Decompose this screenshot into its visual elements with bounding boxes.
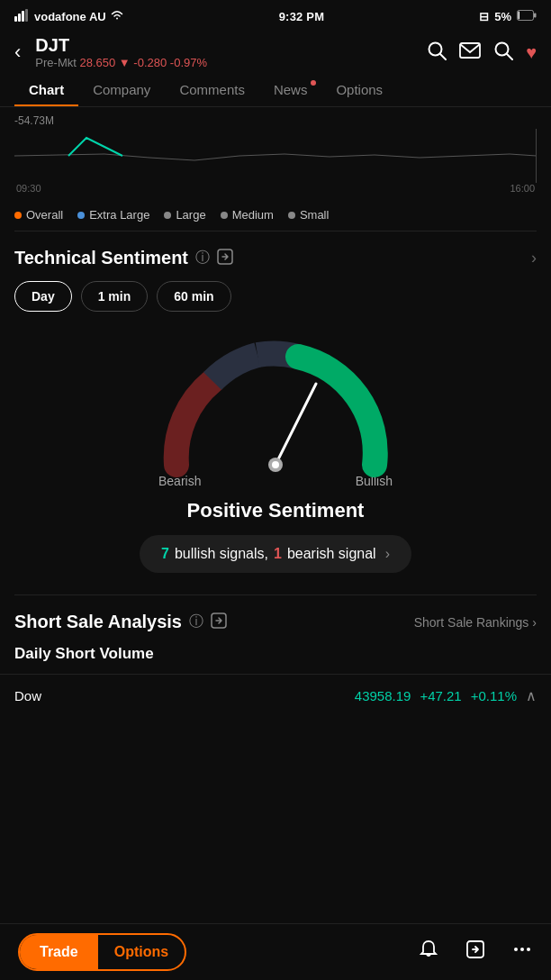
dow-chevron-icon: ∧: [526, 687, 537, 704]
trade-options-group: Trade Options: [18, 933, 186, 971]
chart-y-label: -54.73M: [14, 114, 537, 127]
chart-area: -54.73M 09:30 16:00: [0, 107, 551, 194]
period-60min-button[interactable]: 60 min: [157, 281, 230, 312]
tab-bar: Chart Company Comments News Options: [0, 73, 551, 107]
legend-label-overall: Overall: [26, 208, 63, 222]
search-icon-2[interactable]: [493, 41, 513, 65]
sentiment-chevron-icon[interactable]: ›: [531, 249, 537, 268]
legend-large: Large: [164, 208, 205, 222]
dow-label: Dow: [14, 688, 346, 703]
dow-change: +47.21: [420, 688, 461, 703]
chart-time-end: 16:00: [510, 183, 535, 194]
dow-price: 43958.19: [355, 688, 411, 703]
legend-medium: Medium: [221, 208, 274, 222]
status-bar: vodafone AU 9:32 PM ⊟ 5%: [0, 0, 551, 30]
premarket-label: Pre-Mkt: [35, 56, 77, 69]
signals-pill[interactable]: 7 bullish signals, 1 bearish signal ›: [140, 535, 411, 573]
legend-label-extralarge: Extra Large: [89, 208, 149, 222]
bearish-signal-count: 1: [274, 546, 282, 562]
signal-bars-icon: [14, 9, 31, 24]
mail-icon[interactable]: [459, 42, 481, 63]
wifi-icon: [110, 10, 124, 23]
premarket-change: -0.280: [133, 56, 167, 69]
svg-rect-6: [534, 14, 537, 18]
svg-rect-1: [18, 14, 21, 22]
legend-label-small: Small: [300, 208, 330, 222]
bottom-bar: Trade Options: [0, 923, 551, 980]
svg-rect-3: [25, 9, 28, 22]
gauge-wrap: [149, 339, 402, 483]
sentiment-result-text: Positive Sentiment: [187, 499, 365, 522]
legend-small: Small: [288, 208, 330, 222]
rankings-label: Short Sale Rankings: [414, 615, 529, 630]
legend-dot-extralarge: [77, 212, 85, 219]
gauge-container: Bearish Bullish Positive Sentiment 7 bul…: [14, 330, 537, 594]
sentiment-info-icon[interactable]: ⓘ: [195, 249, 210, 268]
svg-point-18: [514, 948, 518, 951]
legend-dot-overall: [14, 212, 22, 219]
chart-svg: [14, 129, 537, 183]
status-time: 9:32 PM: [279, 10, 325, 23]
legend-overall: Overall: [14, 208, 63, 222]
legend-label-large: Large: [176, 208, 205, 222]
search-icon[interactable]: [427, 41, 447, 65]
premarket-price: 28.650: [79, 56, 115, 69]
down-arrow-icon: ▼: [119, 56, 131, 69]
period-1min-button[interactable]: 1 min: [81, 281, 149, 312]
ticker-premarket: Pre-Mkt 28.650 ▼ -0.280 -0.97%: [35, 56, 418, 69]
tab-chart[interactable]: Chart: [14, 73, 78, 106]
share-icon[interactable]: [465, 939, 486, 966]
short-sale-info-icon[interactable]: ⓘ: [189, 612, 203, 631]
premarket-pct: -0.97%: [170, 56, 207, 69]
svg-point-15: [272, 461, 279, 468]
ticker-info: DJT Pre-Mkt 28.650 ▼ -0.280 -0.97%: [35, 35, 418, 69]
bearish-signal-label: bearish signal: [287, 546, 376, 562]
short-sale-rankings-link[interactable]: Short Sale Rankings ›: [414, 615, 537, 630]
svg-point-20: [527, 948, 530, 951]
rankings-chevron-icon: ›: [532, 615, 537, 630]
tab-comments[interactable]: Comments: [165, 73, 259, 106]
tab-company[interactable]: Company: [78, 73, 165, 106]
svg-rect-0: [14, 16, 17, 22]
period-day-button[interactable]: Day: [14, 281, 72, 312]
trade-button[interactable]: Trade: [20, 935, 98, 969]
bullish-signal-count: 7: [161, 546, 169, 562]
sentiment-title: Technical Sentiment: [14, 248, 188, 268]
chart-time-row: 09:30 16:00: [14, 183, 537, 194]
sentiment-share-icon[interactable]: [217, 249, 233, 268]
legend-dot-medium: [221, 212, 228, 219]
legend-dot-small: [288, 212, 295, 219]
short-sale-title: Short Sale Analysis: [14, 612, 182, 632]
legend-extralarge: Extra Large: [77, 208, 149, 222]
gauge-svg: [149, 339, 402, 483]
legend-label-medium: Medium: [232, 208, 274, 222]
signals-arrow-icon: ›: [385, 546, 390, 562]
svg-rect-4: [518, 11, 534, 21]
svg-rect-2: [22, 11, 24, 22]
dow-row[interactable]: Dow 43958.19 +47.21 +0.11% ∧: [0, 674, 551, 717]
technical-sentiment-section: Technical Sentiment ⓘ › Day 1 min 60 min: [0, 231, 551, 594]
short-sale-section: Short Sale Analysis ⓘ Short Sale Ranking…: [0, 595, 551, 663]
battery-pct: 5%: [494, 10, 511, 23]
legend-dot-large: [164, 212, 171, 219]
back-button[interactable]: ‹: [14, 41, 26, 64]
hotspot-icon: ⊟: [479, 10, 489, 23]
bullish-signal-label: bullish signals,: [175, 546, 268, 562]
header: ‹ DJT Pre-Mkt 28.650 ▼ -0.280 -0.97%: [0, 30, 551, 73]
tab-options[interactable]: Options: [321, 73, 397, 106]
bottom-icons: [418, 939, 533, 966]
bottom-spacer: [0, 717, 551, 789]
svg-rect-5: [519, 12, 520, 20]
chart-visual[interactable]: [14, 129, 537, 183]
header-icons: ♥: [427, 41, 537, 65]
sentiment-header: Technical Sentiment ⓘ ›: [14, 248, 537, 268]
battery-icon: [517, 10, 537, 23]
short-sale-share-icon[interactable]: [211, 612, 227, 632]
alert-bell-icon[interactable]: [418, 939, 439, 966]
favorite-icon[interactable]: ♥: [526, 42, 537, 63]
options-button[interactable]: Options: [98, 935, 185, 969]
svg-line-8: [440, 54, 446, 59]
more-icon[interactable]: [511, 939, 533, 966]
short-sale-header: Short Sale Analysis ⓘ Short Sale Ranking…: [14, 612, 537, 632]
tab-news[interactable]: News: [259, 73, 322, 106]
